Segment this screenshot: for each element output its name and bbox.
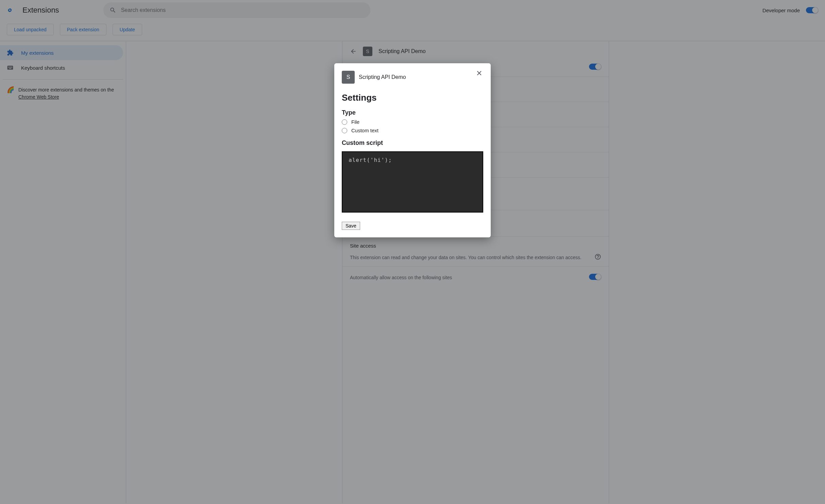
dialog-extension-badge: S xyxy=(342,71,355,84)
radio-custom-row[interactable]: Custom text xyxy=(342,128,483,133)
script-heading: Custom script xyxy=(342,139,483,147)
radio-file[interactable] xyxy=(342,119,347,125)
radio-custom[interactable] xyxy=(342,128,347,133)
save-button[interactable]: Save xyxy=(342,222,360,230)
dialog-title: Settings xyxy=(342,93,483,103)
close-icon: ✕ xyxy=(476,69,482,78)
settings-dialog: S Scripting API Demo ✕ Settings Type Fil… xyxy=(334,63,491,237)
radio-file-label: File xyxy=(351,119,359,125)
dialog-header: S Scripting API Demo ✕ xyxy=(342,71,483,84)
type-heading: Type xyxy=(342,109,483,116)
radio-file-row[interactable]: File xyxy=(342,119,483,125)
radio-custom-label: Custom text xyxy=(351,128,378,133)
dialog-extension-name: Scripting API Demo xyxy=(359,74,406,80)
close-button[interactable]: ✕ xyxy=(474,68,485,79)
custom-script-textarea[interactable] xyxy=(342,151,483,213)
